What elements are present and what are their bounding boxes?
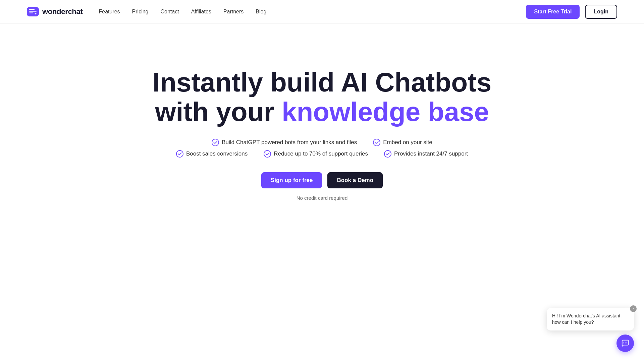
feature-text-3: Reduce up to 70% of support queries bbox=[274, 150, 368, 157]
nav-link-pricing[interactable]: Pricing bbox=[132, 9, 149, 14]
logo-icon bbox=[27, 7, 39, 16]
nav-item-affiliates[interactable]: Affiliates bbox=[191, 9, 211, 15]
nav-item-contact[interactable]: Contact bbox=[161, 9, 179, 15]
navbar-left: wonderchat Features Pricing Contact Affi… bbox=[27, 7, 266, 16]
feature-text-4: Provides instant 24/7 support bbox=[394, 150, 468, 157]
feature-item-0: Build ChatGPT powered bots from your lin… bbox=[212, 139, 357, 146]
nav-link-contact[interactable]: Contact bbox=[161, 9, 179, 14]
hero-section: Instantly build AI Chatbots with your kn… bbox=[0, 23, 644, 225]
hero-heading-plain: with your bbox=[155, 97, 282, 127]
chat-trigger-icon bbox=[621, 339, 630, 348]
book-demo-button[interactable]: Book a Demo bbox=[327, 172, 383, 188]
svg-point-9 bbox=[623, 343, 624, 344]
feature-item-2: Boost sales conversions bbox=[176, 150, 248, 158]
check-icon-4 bbox=[384, 150, 391, 158]
features-row-2: Boost sales conversions Reduce up to 70%… bbox=[176, 150, 468, 158]
feature-item-1: Embed on your site bbox=[373, 139, 432, 146]
svg-point-7 bbox=[264, 150, 271, 157]
nav-links: Features Pricing Contact Affiliates Part… bbox=[99, 9, 266, 15]
features-row-1: Build ChatGPT powered bots from your lin… bbox=[212, 139, 432, 146]
cta-buttons: Sign up for free Book a Demo bbox=[261, 172, 383, 188]
svg-point-3 bbox=[35, 13, 37, 14]
svg-point-10 bbox=[625, 343, 626, 344]
feature-item-4: Provides instant 24/7 support bbox=[384, 150, 468, 158]
svg-rect-1 bbox=[29, 9, 35, 10]
nav-link-partners[interactable]: Partners bbox=[223, 9, 244, 14]
nav-item-pricing[interactable]: Pricing bbox=[132, 9, 149, 15]
no-credit-card-text: No credit card required bbox=[297, 195, 348, 201]
check-icon-2 bbox=[176, 150, 183, 158]
chat-trigger-button[interactable] bbox=[616, 335, 634, 352]
hero-heading-line2: with your knowledge base bbox=[155, 97, 489, 127]
chat-bubble: × Hi! I'm Wonderchat's AI assistant, how… bbox=[547, 308, 634, 330]
svg-point-8 bbox=[384, 150, 391, 157]
feature-text-0: Build ChatGPT powered bots from your lin… bbox=[222, 139, 357, 146]
svg-point-4 bbox=[212, 139, 219, 145]
feature-text-2: Boost sales conversions bbox=[186, 150, 248, 157]
check-icon-1 bbox=[373, 139, 380, 146]
svg-point-11 bbox=[626, 343, 627, 344]
logo-link[interactable]: wonderchat bbox=[27, 7, 83, 16]
nav-link-blog[interactable]: Blog bbox=[256, 9, 266, 14]
chat-bubble-text: Hi! I'm Wonderchat's AI assistant, how c… bbox=[552, 313, 622, 325]
feature-item-3: Reduce up to 70% of support queries bbox=[264, 150, 368, 158]
chat-widget: × Hi! I'm Wonderchat's AI assistant, how… bbox=[547, 308, 634, 352]
nav-item-blog[interactable]: Blog bbox=[256, 9, 266, 15]
logo-text: wonderchat bbox=[42, 7, 83, 16]
nav-link-features[interactable]: Features bbox=[99, 9, 120, 14]
nav-link-affiliates[interactable]: Affiliates bbox=[191, 9, 211, 14]
nav-item-partners[interactable]: Partners bbox=[223, 9, 244, 15]
hero-heading-highlight: knowledge base bbox=[282, 97, 489, 127]
check-icon-0 bbox=[212, 139, 219, 146]
svg-rect-2 bbox=[29, 12, 33, 13]
sign-up-free-button[interactable]: Sign up for free bbox=[261, 172, 322, 188]
features-grid: Build ChatGPT powered bots from your lin… bbox=[176, 139, 468, 158]
start-free-trial-button[interactable]: Start Free Trial bbox=[526, 5, 580, 19]
svg-rect-0 bbox=[29, 11, 37, 12]
svg-point-6 bbox=[176, 150, 183, 157]
chat-close-button[interactable]: × bbox=[630, 305, 637, 312]
nav-item-features[interactable]: Features bbox=[99, 9, 120, 15]
login-button[interactable]: Login bbox=[585, 5, 617, 19]
navbar-right: Start Free Trial Login bbox=[526, 5, 617, 19]
navbar: wonderchat Features Pricing Contact Affi… bbox=[0, 0, 644, 23]
hero-heading-line1: Instantly build AI Chatbots bbox=[153, 68, 491, 97]
check-icon-3 bbox=[264, 150, 271, 158]
feature-text-1: Embed on your site bbox=[383, 139, 432, 146]
logo-svg bbox=[29, 9, 37, 14]
svg-point-5 bbox=[373, 139, 380, 145]
close-icon: × bbox=[632, 306, 634, 311]
